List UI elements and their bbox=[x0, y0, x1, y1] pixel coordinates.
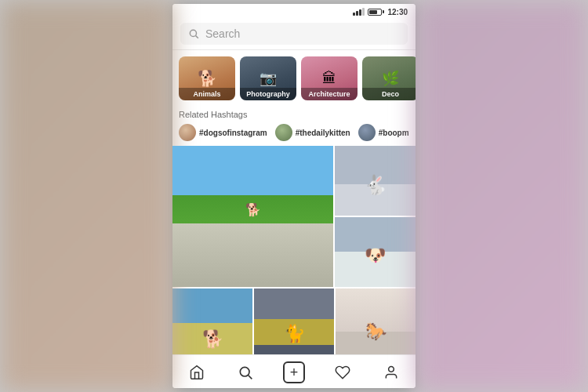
nav-item-profile[interactable] bbox=[367, 360, 416, 385]
grid-row-1: 🐕 🐇 🐶 bbox=[172, 146, 416, 287]
scroll-content[interactable]: 🐕 Animals 📷 Photography 🏛 Architecture bbox=[172, 50, 416, 354]
category-row: 🐕 Animals 📷 Photography 🏛 Architecture bbox=[172, 50, 416, 107]
profile-icon bbox=[383, 365, 399, 380]
search-input-wrapper[interactable]: Search bbox=[180, 23, 408, 45]
photo-cell-cat-laptop[interactable]: 🐈 bbox=[254, 289, 334, 354]
photo-cell-rabbit[interactable]: 🐇 bbox=[335, 146, 416, 216]
grid-row-2: 🐕 🐈 🐎 bbox=[172, 289, 416, 354]
svg-point-4 bbox=[389, 367, 394, 372]
svg-point-2 bbox=[240, 367, 249, 376]
category-label-architecture: Architecture bbox=[301, 88, 358, 100]
hashtag-avatar-kitten bbox=[275, 124, 292, 141]
hashtag-text-kitten: #thedailykitten bbox=[296, 129, 350, 137]
category-chip-photography[interactable]: 📷 Photography bbox=[240, 56, 296, 100]
category-chip-animals[interactable]: 🐕 Animals bbox=[179, 56, 235, 100]
search-nav-icon bbox=[238, 365, 253, 380]
related-hashtags: Related Hashtags #dogsofinstagram #theda… bbox=[172, 107, 416, 146]
heart-icon bbox=[335, 365, 350, 380]
photo-cell-dog-snow[interactable]: 🐶 bbox=[335, 217, 416, 287]
photo-cell-grass[interactable]: 🐕 bbox=[172, 146, 333, 287]
bottom-nav: + bbox=[172, 354, 416, 388]
category-chip-deco[interactable]: 🌿 Deco bbox=[362, 56, 416, 100]
outer-wrapper: 12:30 Search 🐕 Animals bbox=[0, 0, 588, 392]
hashtag-item-boopmynose[interactable]: #boopmynose bbox=[358, 124, 409, 141]
nav-item-search[interactable] bbox=[221, 360, 270, 385]
status-bar: 12:30 bbox=[172, 4, 416, 18]
hashtag-text-dogs: #dogsofinstagram bbox=[199, 129, 267, 137]
hashtag-avatar-boop bbox=[358, 124, 376, 141]
bg-left bbox=[0, 0, 172, 392]
photo-grid: 🐕 🐇 🐶 bbox=[172, 146, 416, 354]
bg-right bbox=[416, 0, 588, 392]
hashtags-title: Related Hashtags bbox=[179, 110, 409, 119]
photo-cell-horse[interactable]: 🐎 bbox=[336, 289, 416, 354]
home-icon bbox=[189, 365, 205, 380]
search-placeholder[interactable]: Search bbox=[205, 27, 240, 40]
add-icon[interactable]: + bbox=[283, 361, 305, 383]
svg-point-0 bbox=[190, 30, 196, 36]
photo-cell-dog-leash[interactable]: 🐕 bbox=[172, 289, 252, 354]
svg-line-3 bbox=[249, 376, 252, 379]
category-label-animals: Animals bbox=[179, 88, 235, 100]
signal-icon bbox=[353, 8, 365, 16]
category-label-deco: Deco bbox=[362, 88, 416, 100]
search-icon bbox=[188, 28, 199, 39]
hashtags-list: #dogsofinstagram #thedailykitten #boopmy… bbox=[179, 124, 409, 141]
svg-line-1 bbox=[196, 36, 198, 38]
hashtag-item-thedailykitten[interactable]: #thedailykitten bbox=[275, 124, 350, 141]
search-bar[interactable]: Search bbox=[172, 18, 416, 50]
status-time: 12:30 bbox=[387, 8, 408, 16]
phone-container: 12:30 Search 🐕 Animals bbox=[172, 4, 416, 388]
battery-icon bbox=[368, 9, 382, 16]
nav-item-heart[interactable] bbox=[318, 360, 367, 385]
nav-item-add[interactable]: + bbox=[270, 360, 318, 385]
nav-item-home[interactable] bbox=[172, 360, 221, 385]
hashtag-text-boop: #boopmynose bbox=[379, 129, 409, 137]
hashtag-item-dogsofinstagram[interactable]: #dogsofinstagram bbox=[179, 124, 267, 141]
category-label-photography: Photography bbox=[240, 88, 296, 100]
category-chip-architecture[interactable]: 🏛 Architecture bbox=[301, 56, 358, 100]
hashtag-avatar-dogs bbox=[179, 124, 196, 141]
